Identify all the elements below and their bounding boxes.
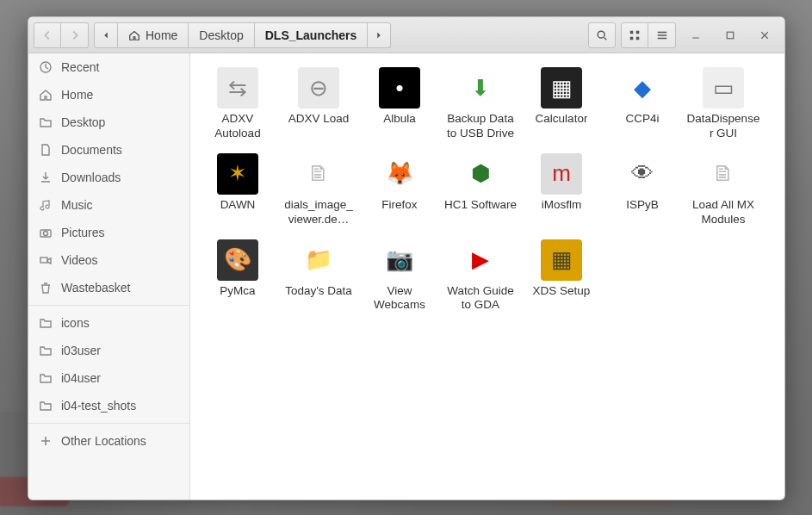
sidebar-other-locations[interactable]: Other Locations: [28, 427, 189, 455]
file-icon: ⬇: [460, 67, 501, 109]
file-item[interactable]: 🗎Load All MX Modules: [685, 152, 762, 229]
search-icon: [596, 29, 608, 41]
file-icon: 👁: [622, 153, 663, 195]
file-label: ADXV Autoload: [201, 112, 275, 141]
file-grid: ⇆ADXV Autoload⊖ADXV Load•Albula⬇Backup D…: [190, 53, 784, 499]
path-crumb-1[interactable]: DLS_Launchers: [255, 22, 369, 48]
sidebar-bookmark-i04-test_shots[interactable]: i04-test_shots: [28, 392, 189, 419]
svg-rect-3: [630, 36, 634, 40]
path-bar: Home Desktop DLS_Launchers: [94, 22, 391, 48]
file-item[interactable]: ▦Calculator: [523, 65, 600, 143]
file-icon: ▭: [703, 67, 744, 109]
path-crumb-0[interactable]: Desktop: [189, 22, 254, 48]
sidebar-item-wastebasket[interactable]: Wastebasket: [28, 274, 189, 301]
file-label: Calculator: [536, 112, 588, 127]
file-label: DAWN: [220, 198, 256, 213]
sidebar-bookmark-icons[interactable]: icons: [28, 309, 189, 337]
sidebar: RecentHomeDesktopDocumentsDownloadsMusic…: [28, 53, 190, 499]
path-root-button[interactable]: [94, 22, 118, 48]
file-icon: 🗎: [298, 153, 339, 195]
sidebar-bookmark-i04user[interactable]: i04user: [28, 364, 189, 392]
file-icon: ▦: [541, 67, 582, 109]
file-item[interactable]: ▭DataDispenser GUI: [685, 65, 762, 143]
back-button[interactable]: [34, 22, 61, 48]
file-item[interactable]: ⇆ADXV Autoload: [199, 65, 276, 143]
camera-icon: [39, 226, 53, 239]
minimize-icon: [691, 30, 701, 40]
file-label: Today's Data: [285, 284, 352, 299]
sidebar-item-label: Other Locations: [61, 434, 146, 448]
file-label: Firefox: [381, 198, 417, 213]
sidebar-item-label: i03user: [61, 344, 101, 357]
file-icon: ◆: [622, 67, 663, 109]
file-item[interactable]: 🗎dials_image_viewer.de…: [280, 152, 357, 229]
path-crumb-1-label: DLS_Launchers: [265, 28, 357, 42]
file-icon: 🎨: [217, 239, 258, 281]
sidebar-item-home[interactable]: Home: [28, 81, 189, 109]
file-item[interactable]: •Albula: [361, 65, 438, 143]
file-item[interactable]: ✶DAWN: [199, 152, 276, 229]
svg-point-8: [44, 232, 48, 236]
file-icon: 📷: [379, 239, 420, 281]
sidebar-item-music[interactable]: Music: [28, 191, 189, 219]
caret-left-icon: [100, 29, 112, 41]
sidebar-item-label: Downloads: [61, 171, 121, 184]
file-icon: ⬢: [460, 153, 501, 195]
maximize-button[interactable]: [716, 22, 745, 48]
file-item[interactable]: 📁Today's Data: [280, 238, 357, 315]
file-label: PyMca: [220, 284, 255, 299]
svg-rect-9: [40, 258, 47, 263]
file-item[interactable]: ◆CCP4i: [604, 65, 681, 143]
file-item[interactable]: 📷View Webcams: [361, 238, 438, 315]
close-button[interactable]: [750, 22, 779, 48]
window-body: RecentHomeDesktopDocumentsDownloadsMusic…: [28, 53, 784, 499]
folder-icon: [39, 115, 53, 129]
sidebar-bookmark-i03user[interactable]: i03user: [28, 337, 189, 364]
file-item[interactable]: ⊖ADXV Load: [280, 65, 357, 143]
sidebar-item-documents[interactable]: Documents: [28, 136, 189, 164]
file-item[interactable]: 👁ISPyB: [604, 152, 681, 229]
home-icon: [128, 29, 140, 41]
sidebar-item-label: icons: [61, 316, 90, 330]
svg-rect-4: [636, 36, 640, 40]
path-home[interactable]: Home: [118, 22, 189, 48]
maximize-icon: [725, 30, 735, 40]
sidebar-item-label: Music: [61, 198, 93, 212]
sidebar-item-videos[interactable]: Videos: [28, 246, 189, 274]
clock-icon: [39, 60, 53, 74]
file-label: Watch Guide to GDA: [443, 284, 518, 313]
file-item[interactable]: miMosflm: [523, 152, 600, 229]
music-icon: [39, 198, 53, 212]
search-button[interactable]: [588, 22, 616, 48]
path-overflow-button[interactable]: [368, 22, 391, 48]
file-icon: ⇆: [217, 67, 258, 109]
file-item[interactable]: ▶Watch Guide to GDA: [442, 238, 519, 315]
sidebar-item-label: Documents: [61, 143, 122, 157]
doc-icon: [39, 143, 53, 157]
sidebar-item-label: i04user: [61, 371, 101, 385]
sidebar-item-label: Videos: [61, 253, 98, 267]
sidebar-item-desktop[interactable]: Desktop: [28, 109, 189, 136]
sidebar-item-pictures[interactable]: Pictures: [28, 219, 189, 246]
file-label: DataDispenser GUI: [686, 112, 760, 141]
download-icon: [39, 171, 53, 184]
close-icon: [759, 30, 770, 40]
sidebar-item-label: Recent: [61, 60, 99, 74]
grid-icon: [629, 29, 641, 41]
svg-rect-5: [727, 32, 734, 39]
sidebar-item-downloads[interactable]: Downloads: [28, 164, 189, 191]
file-item[interactable]: 🎨PyMca: [199, 238, 276, 315]
folder-icon: [39, 344, 53, 357]
chevron-right-icon: [69, 29, 81, 41]
plus-icon: [39, 434, 53, 448]
view-grid-button[interactable]: [621, 22, 648, 48]
file-item[interactable]: ▦XDS Setup: [523, 238, 600, 315]
sidebar-item-recent[interactable]: Recent: [28, 53, 189, 81]
file-icon: ▦: [541, 239, 582, 281]
view-menu-button[interactable]: [648, 22, 676, 48]
file-item[interactable]: 🦊Firefox: [361, 152, 438, 229]
file-item[interactable]: ⬇Backup Data to USB Drive: [442, 65, 519, 143]
file-item[interactable]: ⬢HC1 Software: [442, 152, 519, 229]
forward-button[interactable]: [61, 22, 89, 48]
minimize-button[interactable]: [681, 22, 710, 48]
